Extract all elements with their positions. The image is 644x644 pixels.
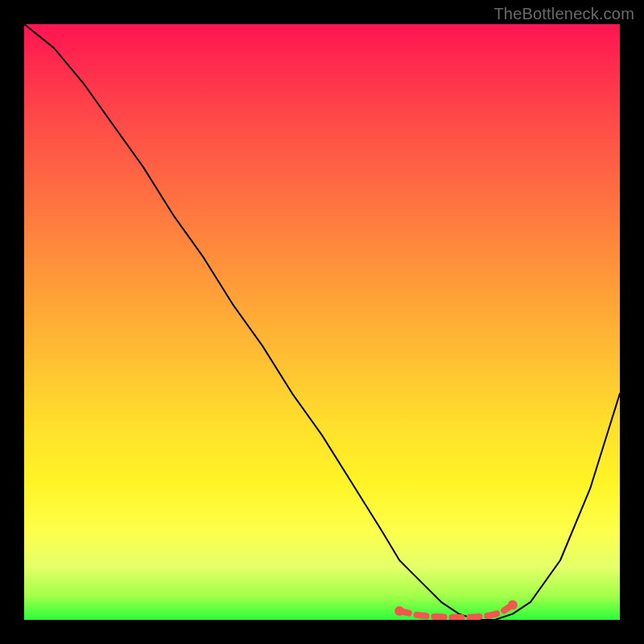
chart-overlay-svg <box>24 24 620 620</box>
optimal-range-dot <box>394 606 404 616</box>
optimal-range-markers-group <box>394 601 518 618</box>
chart-plot-area <box>24 24 620 620</box>
watermark-text: TheBottleneck.com <box>493 5 634 23</box>
optimal-range-dot <box>508 601 518 610</box>
bottleneck-curve-path <box>24 24 620 620</box>
